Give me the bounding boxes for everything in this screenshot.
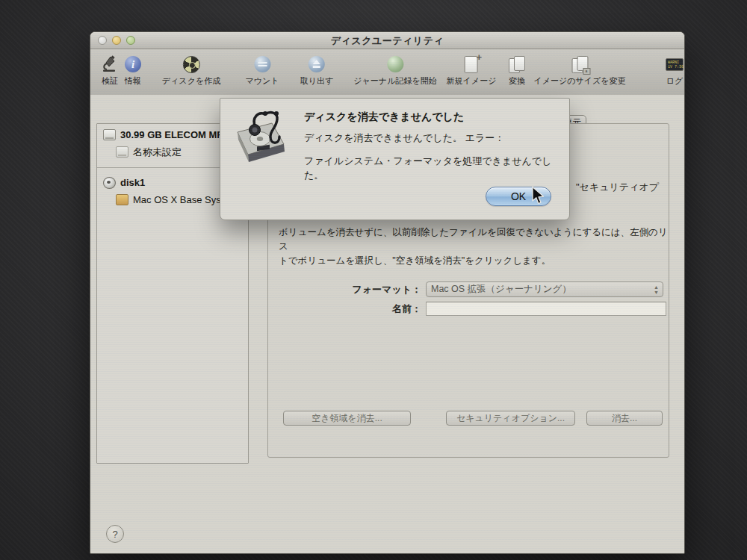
dialog-error-detail: ファイルシステム・フォーマッタを処理できませんでした。 bbox=[304, 154, 560, 182]
convert-icon bbox=[507, 55, 527, 74]
stepper-arrows-icon: ▲▼ bbox=[654, 284, 659, 295]
format-value: Mac OS 拡張（ジャーナリング） bbox=[431, 283, 571, 296]
clipped-security-text: 、"セキュリティオプ bbox=[566, 181, 659, 194]
volume-icon bbox=[116, 146, 128, 158]
toolbar-label: ディスクを作成 bbox=[162, 75, 220, 87]
toolbar-log-button[interactable]: WARNI1V 7:36 ログ bbox=[665, 55, 684, 87]
volume-name-input[interactable] bbox=[426, 302, 666, 316]
erase-button[interactable]: 消去... bbox=[586, 411, 663, 426]
erase-free-space-button[interactable]: 空き領域を消去... bbox=[283, 411, 411, 426]
base-system-volume-icon bbox=[116, 194, 128, 205]
help-button[interactable]: ? bbox=[106, 525, 124, 543]
mount-icon bbox=[252, 55, 272, 74]
dialog-message: ディスクを消去できませんでした。 エラー： bbox=[304, 131, 504, 145]
name-row: 名前： bbox=[268, 302, 669, 316]
toolbar-label: 情報 bbox=[123, 75, 143, 87]
toolbar-burn-button[interactable]: ディスクを作成 bbox=[162, 55, 220, 87]
window-title: ディスクユーティリティ bbox=[90, 34, 684, 48]
erase-failed-dialog: ディスクを消去できませんでした ディスクを消去できませんでした。 エラー： ファ… bbox=[220, 98, 570, 220]
ok-button[interactable]: OK bbox=[486, 187, 551, 206]
format-label: フォーマット： bbox=[268, 283, 421, 296]
toolbar: 検証 i 情報 ディスクを作成 マウント 取り出す ジャーナル記録を開始 + 新… bbox=[90, 49, 684, 96]
format-dropdown[interactable]: Mac OS 拡張（ジャーナリング） ▲▼ bbox=[426, 281, 663, 297]
toolbar-label: 新規イメージ bbox=[447, 75, 497, 87]
sidebar-item-label: Mac OS X Base Syst bbox=[133, 194, 223, 205]
toolbar-label: 取り出す bbox=[300, 75, 334, 87]
erase-instructions: ボリュームを消去せずに、以前削除したファイルを回復できないようにするには、左側の… bbox=[279, 225, 671, 268]
external-disk-icon bbox=[103, 129, 116, 140]
eject-icon bbox=[307, 55, 326, 74]
toolbar-journal-button[interactable]: ジャーナル記録を開始 bbox=[353, 55, 436, 87]
info-icon: i bbox=[123, 55, 143, 74]
toolbar-label: ジャーナル記録を開始 bbox=[353, 75, 436, 87]
disk-utility-stethoscope-icon bbox=[232, 108, 291, 175]
toolbar-resize-image-button[interactable]: a イメージのサイズを変更 bbox=[533, 55, 625, 87]
log-icon: WARNI1V 7:36 bbox=[665, 55, 684, 74]
toolbar-eject-button[interactable]: 取り出す bbox=[300, 55, 334, 87]
resize-image-icon: a bbox=[570, 55, 589, 74]
burn-disc-icon bbox=[182, 55, 201, 74]
toolbar-convert-button[interactable]: 変換 bbox=[507, 55, 527, 87]
disk-image-icon bbox=[103, 177, 116, 189]
format-row: フォーマット： Mac OS 拡張（ジャーナリング） ▲▼ bbox=[268, 281, 669, 297]
journal-icon bbox=[385, 55, 405, 74]
toolbar-mount-button[interactable]: マウント bbox=[245, 55, 279, 87]
toolbar-label: 検証 bbox=[100, 75, 120, 87]
name-label: 名前： bbox=[268, 302, 421, 316]
disk-utility-window: ディスクユーティリティ 検証 i 情報 ディスクを作成 bbox=[90, 31, 685, 554]
title-bar[interactable]: ディスクユーティリティ bbox=[90, 32, 684, 49]
toolbar-verify-button[interactable]: 検証 bbox=[100, 55, 120, 87]
dialog-title: ディスクを消去できませんでした bbox=[304, 111, 464, 124]
toolbar-info-button[interactable]: i 情報 bbox=[123, 55, 143, 87]
toolbar-label: ログ bbox=[665, 75, 684, 87]
sidebar-item-label: 30.99 GB ELECOM MF- bbox=[120, 129, 226, 140]
microscope-icon bbox=[100, 55, 120, 74]
new-image-icon: + bbox=[462, 55, 481, 74]
toolbar-label: イメージのサイズを変更 bbox=[533, 75, 625, 87]
sidebar-item-label: disk1 bbox=[120, 177, 145, 188]
toolbar-new-image-button[interactable]: + 新規イメージ bbox=[447, 55, 497, 87]
toolbar-label: マウント bbox=[245, 75, 279, 87]
toolbar-label: 変換 bbox=[507, 75, 527, 87]
sidebar-item-label: 名称未設定 bbox=[133, 146, 182, 159]
security-options-button[interactable]: セキュリティオプション... bbox=[446, 411, 575, 426]
